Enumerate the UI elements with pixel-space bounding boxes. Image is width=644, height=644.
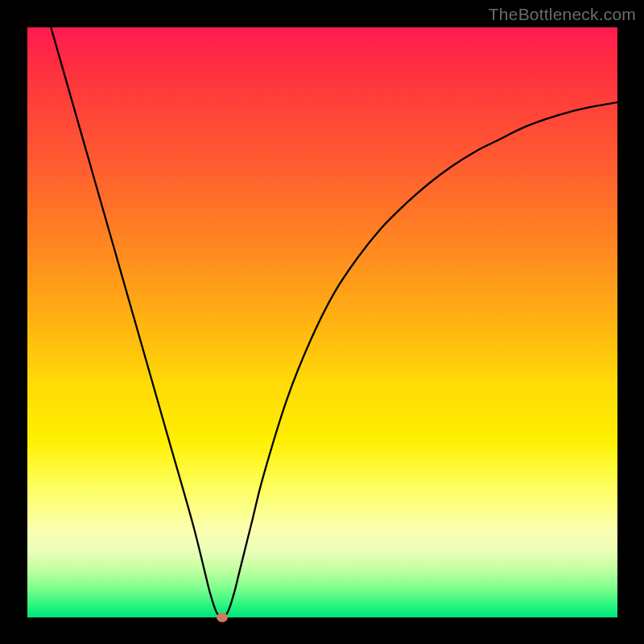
plot-area (27, 27, 617, 617)
watermark-text: TheBottleneck.com (489, 5, 636, 24)
chart-curve (27, 27, 617, 617)
chart-frame: TheBottleneck.com (0, 0, 644, 644)
curve-minimum-marker (217, 613, 228, 622)
